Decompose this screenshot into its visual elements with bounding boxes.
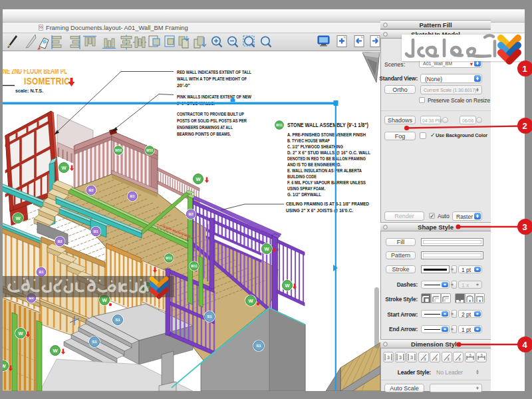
- svg-text:2: 2: [522, 121, 527, 131]
- svg-text:4: 4: [522, 340, 527, 350]
- svg-text:1: 1: [522, 64, 527, 74]
- svg-text:3: 3: [522, 222, 527, 232]
